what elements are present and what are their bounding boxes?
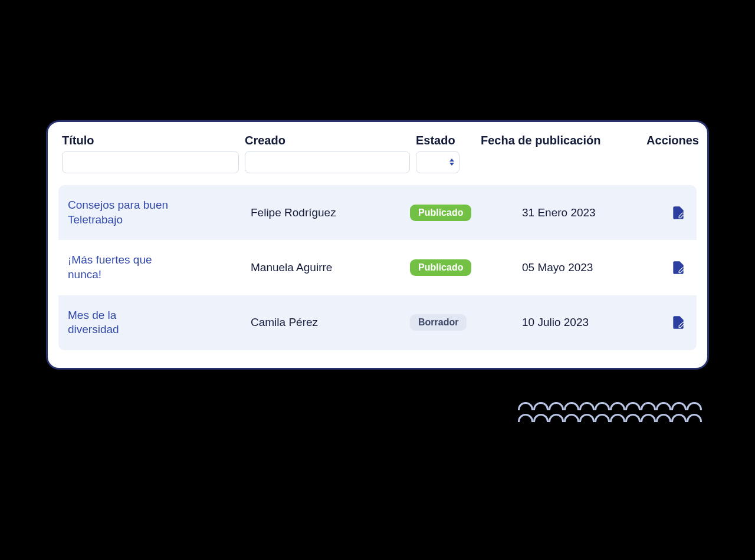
post-title-link[interactable]: ¡Más fuertes que nunca! xyxy=(68,253,162,282)
header-title-label: Título xyxy=(62,134,239,147)
post-creator: Camila Pérez xyxy=(251,316,404,329)
post-pubdate: 05 Mayo 2023 xyxy=(498,261,646,274)
filter-status-select[interactable] xyxy=(416,151,459,173)
sort-arrows-icon xyxy=(449,159,454,166)
status-badge: Publicado xyxy=(410,205,471,221)
header-col-created: Creado xyxy=(245,134,410,173)
post-creator: Manuela Aguirre xyxy=(251,261,404,274)
status-cell: Publicado xyxy=(410,259,493,276)
table-header: Título Creado Estado Fecha de publicació… xyxy=(58,134,697,182)
post-title-link[interactable]: Mes de la diversidad xyxy=(68,308,150,337)
status-cell: Publicado xyxy=(410,205,493,221)
actions-cell xyxy=(652,260,697,275)
header-col-pubdate: Fecha de publicación xyxy=(481,134,622,147)
table-row: ¡Más fuertes que nunca! Manuela Aguirre … xyxy=(58,240,697,295)
header-col-actions: Acciones xyxy=(628,134,699,147)
actions-cell xyxy=(652,205,697,220)
header-created-label: Creado xyxy=(245,134,410,147)
table-row: Mes de la diversidad Camila Pérez Borrad… xyxy=(58,295,697,350)
status-badge: Borrador xyxy=(410,314,467,331)
edit-icon[interactable] xyxy=(671,205,686,220)
status-cell: Borrador xyxy=(410,314,493,331)
actions-cell xyxy=(652,315,697,330)
filter-created-input[interactable] xyxy=(245,151,410,173)
post-pubdate: 10 Julio 2023 xyxy=(498,316,646,329)
header-col-status: Estado xyxy=(416,134,475,173)
header-actions-label: Acciones xyxy=(646,134,699,147)
post-creator: Felipe Rodríguez xyxy=(251,206,404,219)
decorative-waves xyxy=(518,402,707,426)
edit-icon[interactable] xyxy=(671,315,686,330)
status-badge: Publicado xyxy=(410,259,471,276)
header-pubdate-label: Fecha de publicación xyxy=(481,134,622,147)
header-status-label: Estado xyxy=(416,134,475,147)
table-row: Consejos para buen Teletrabajo Felipe Ro… xyxy=(58,185,697,240)
edit-icon[interactable] xyxy=(671,260,686,275)
filter-title-input[interactable] xyxy=(62,151,239,173)
table-body: Consejos para buen Teletrabajo Felipe Ro… xyxy=(58,185,697,350)
posts-table-card: Título Creado Estado Fecha de publicació… xyxy=(46,120,709,370)
post-pubdate: 31 Enero 2023 xyxy=(498,206,646,219)
post-title-link[interactable]: Consejos para buen Teletrabajo xyxy=(68,198,209,227)
header-col-title: Título xyxy=(62,134,239,173)
